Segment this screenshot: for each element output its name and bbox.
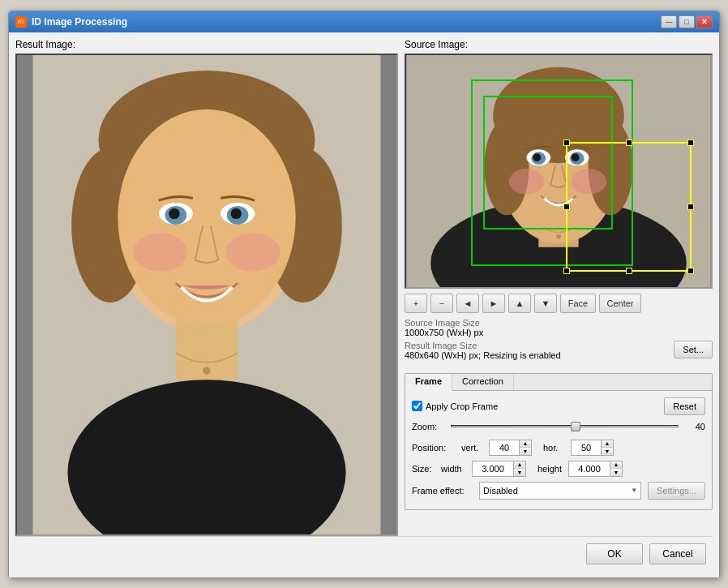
reset-button[interactable]: Reset xyxy=(664,397,705,415)
zoom-slider-container xyxy=(451,420,679,433)
source-size-area: Source Image Size 1000x750 (WxH) px xyxy=(405,318,713,341)
frame-effect-label: Frame effect: xyxy=(412,486,473,496)
apply-crop-label: Apply Crop Frame xyxy=(412,401,498,411)
cancel-button[interactable]: Cancel xyxy=(649,543,706,564)
handle-bottom-center xyxy=(626,268,632,274)
width-input[interactable] xyxy=(473,461,513,476)
zoom-value: 40 xyxy=(685,422,705,431)
svg-point-15 xyxy=(231,208,242,218)
bottom-bar: OK Cancel xyxy=(15,536,713,571)
vert-spinbox: ▲ ▼ xyxy=(489,440,532,456)
result-size-row: Result Image Size 480x640 (WxH) px; Resi… xyxy=(405,341,713,363)
hor-label: hor. xyxy=(543,443,566,453)
ok-button[interactable]: OK xyxy=(586,543,643,564)
svg-point-14 xyxy=(169,208,179,218)
width-spin-buttons: ▲ ▼ xyxy=(513,461,525,476)
zoom-row: Zoom: 40 xyxy=(412,420,705,433)
result-size-label: Result Image Size xyxy=(405,341,674,350)
handle-top-left xyxy=(563,139,570,146)
position-row: Position: vert. ▲ ▼ hor. xyxy=(412,440,705,456)
size-row: Size: width ▲ ▼ height xyxy=(412,461,705,477)
face-button[interactable]: Face xyxy=(560,294,596,313)
tab-content-frame: Apply Crop Frame Reset Zoom: xyxy=(405,391,712,509)
window-title: ID Image Processing xyxy=(32,16,127,28)
handle-top-center xyxy=(626,139,632,146)
vert-input[interactable] xyxy=(490,440,519,455)
svg-point-16 xyxy=(203,367,211,375)
hor-spin-down[interactable]: ▼ xyxy=(602,448,613,455)
svg-point-8 xyxy=(133,233,187,272)
handle-bottom-right xyxy=(687,268,694,274)
zoom-in-button[interactable]: + xyxy=(405,294,427,313)
hor-spin-buttons: ▲ ▼ xyxy=(601,440,613,455)
tab-frame[interactable]: Frame xyxy=(405,374,452,391)
vert-spin-up[interactable]: ▲ xyxy=(520,440,531,448)
frame-effect-dropdown[interactable]: Disabled ▼ xyxy=(479,482,641,500)
size-label: Size: xyxy=(412,464,436,474)
minimize-button[interactable]: — xyxy=(661,15,677,28)
source-image-area[interactable] xyxy=(405,54,713,289)
zoom-slider-track xyxy=(451,425,679,427)
handle-middle-right xyxy=(687,204,694,210)
frame-effect-row: Frame effect: Disabled ▼ Settings... xyxy=(412,482,705,500)
result-size-value: 480x640 (WxH) px; Resizing is enabled xyxy=(405,350,674,360)
width-spinbox: ▲ ▼ xyxy=(472,461,526,477)
height-label: height xyxy=(537,464,563,474)
hor-input[interactable] xyxy=(572,440,601,455)
source-size-value: 1000x750 (WxH) px xyxy=(405,328,713,337)
source-image-label: Source Image: xyxy=(405,39,713,50)
height-spin-up[interactable]: ▲ xyxy=(610,461,622,469)
dropdown-arrow-icon: ▼ xyxy=(631,487,637,494)
scroll-up-button[interactable]: ▲ xyxy=(508,294,531,313)
face-inner-rect xyxy=(483,96,613,230)
vert-spin-down[interactable]: ▼ xyxy=(520,448,531,455)
source-size-label: Source Image Size xyxy=(405,318,713,328)
vert-label: vert. xyxy=(461,443,484,453)
window-content: Result Image: xyxy=(9,32,719,577)
svg-point-7 xyxy=(118,109,295,325)
scroll-right-button[interactable]: ► xyxy=(482,294,505,313)
height-input[interactable] xyxy=(569,461,610,476)
scroll-down-button[interactable]: ▼ xyxy=(534,294,557,313)
height-spin-buttons: ▲ ▼ xyxy=(610,461,622,476)
zoom-slider-thumb[interactable] xyxy=(571,422,580,431)
scroll-left-button[interactable]: ◄ xyxy=(456,294,479,313)
close-button[interactable]: ✕ xyxy=(696,15,713,28)
tab-container: Frame Correction Apply Crop Frame Reset xyxy=(405,373,713,510)
selection-rect xyxy=(566,142,692,272)
height-spinbox: ▲ ▼ xyxy=(568,461,623,477)
left-panel: Result Image: xyxy=(15,39,398,536)
handle-top-right xyxy=(687,139,694,146)
result-image-label: Result Image: xyxy=(15,39,398,50)
width-spin-down[interactable]: ▼ xyxy=(514,469,525,476)
tab-header: Frame Correction xyxy=(405,374,712,391)
tab-correction[interactable]: Correction xyxy=(452,374,514,390)
title-bar: ID ID Image Processing — □ ✕ xyxy=(9,11,719,32)
set-button[interactable]: Set... xyxy=(674,341,713,358)
zoom-out-button[interactable]: − xyxy=(430,294,453,313)
apply-crop-checkbox[interactable] xyxy=(412,401,422,411)
title-buttons: — □ ✕ xyxy=(661,15,713,28)
frame-settings-button[interactable]: Settings... xyxy=(648,482,705,500)
position-label: Position: xyxy=(412,443,456,453)
hor-spin-up[interactable]: ▲ xyxy=(602,440,613,448)
handle-bottom-left xyxy=(563,268,570,274)
result-size-text: Result Image Size 480x640 (WxH) px; Resi… xyxy=(405,341,674,363)
svg-point-9 xyxy=(226,233,280,272)
result-portrait-svg xyxy=(17,55,396,534)
title-bar-left: ID ID Image Processing xyxy=(15,16,127,28)
main-area: Result Image: xyxy=(15,39,713,536)
width-spin-up[interactable]: ▲ xyxy=(514,461,525,469)
vert-spin-buttons: ▲ ▼ xyxy=(519,440,531,455)
center-button[interactable]: Center xyxy=(599,294,641,313)
frame-effect-value: Disabled xyxy=(483,486,518,496)
height-spin-down[interactable]: ▼ xyxy=(610,469,622,476)
zoom-label: Zoom: xyxy=(412,422,444,431)
width-label: width xyxy=(441,464,467,474)
apply-crop-row: Apply Crop Frame Reset xyxy=(412,397,705,415)
maximize-button[interactable]: □ xyxy=(679,15,695,28)
result-image-container xyxy=(15,54,398,536)
app-icon: ID xyxy=(15,16,27,28)
handle-middle-left xyxy=(563,204,570,210)
hor-spinbox: ▲ ▼ xyxy=(571,440,614,456)
